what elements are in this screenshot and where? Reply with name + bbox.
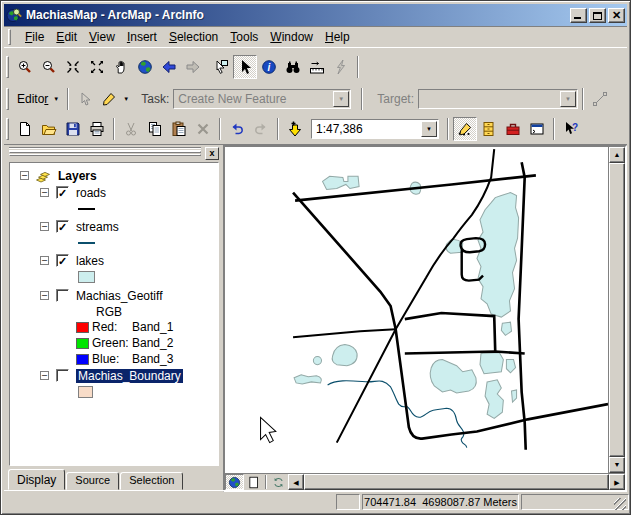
lakes-fill-symbol[interactable] (78, 271, 95, 283)
collapse-icon[interactable]: – (40, 371, 49, 380)
red-band-swatch[interactable] (76, 322, 89, 333)
collapse-icon[interactable]: – (20, 171, 29, 180)
redo-button[interactable] (249, 117, 273, 141)
whats-this-help-button[interactable]: ? (559, 117, 583, 141)
menu-view[interactable]: View (83, 28, 121, 46)
fixed-zoom-out-button[interactable] (85, 55, 109, 79)
sketch-tool-button[interactable] (97, 87, 121, 111)
full-extent-button[interactable] (133, 55, 157, 79)
streams-visibility-checkbox[interactable]: ✓ (56, 220, 69, 233)
zoom-out-button[interactable] (37, 55, 61, 79)
menu-edit[interactable]: Edit (50, 28, 83, 46)
select-features-button[interactable] (209, 55, 233, 79)
menubar-grip[interactable] (8, 29, 11, 45)
select-elements-button[interactable] (233, 55, 257, 79)
print-button[interactable] (85, 117, 109, 141)
target-combobox[interactable]: ▼ (418, 89, 578, 109)
scroll-left-button[interactable]: ◀ (288, 474, 304, 490)
resize-grip[interactable] (614, 498, 626, 510)
roads-visibility-checkbox[interactable]: ✓ (56, 186, 69, 199)
scale-dropdown-button[interactable]: ▼ (421, 121, 437, 137)
hyperlink-button[interactable] (329, 55, 353, 79)
vertical-scrollbar[interactable]: ▲ ▼ (608, 147, 625, 473)
refresh-view-button[interactable] (269, 474, 288, 490)
task-dropdown-button[interactable]: ▼ (333, 91, 349, 107)
editor-toolbar-toggle-button[interactable] (453, 117, 477, 141)
tools-toolbar-grip[interactable] (6, 56, 9, 78)
menu-selection[interactable]: Selection (163, 28, 224, 46)
sketch-tool-dropdown[interactable]: ▼ (123, 96, 129, 102)
boundary-fill-symbol[interactable] (78, 386, 93, 398)
undo-button[interactable] (225, 117, 249, 141)
tree-item-machias-boundary[interactable]: – Machias_Boundary (10, 367, 218, 384)
scale-combobox[interactable]: 1:47,386 ▼ (311, 119, 439, 139)
collapse-icon[interactable]: – (40, 222, 49, 231)
pan-button[interactable] (109, 55, 133, 79)
measure-button[interactable] (305, 55, 329, 79)
arctoolbox-button[interactable] (501, 117, 525, 141)
layout-view-button[interactable] (244, 474, 263, 490)
blue-band-swatch[interactable] (76, 354, 89, 365)
tab-source[interactable]: Source (66, 472, 119, 490)
roads-line-symbol[interactable] (78, 208, 95, 210)
command-line-button[interactable] (525, 117, 549, 141)
streams-line-symbol[interactable] (78, 242, 95, 244)
edit-tool-button[interactable] (73, 87, 97, 111)
title-bar[interactable]: MachiasMap - ArcMap - ArcInfo ✕ (4, 4, 627, 26)
copy-button[interactable] (143, 117, 167, 141)
new-map-button[interactable] (13, 117, 37, 141)
paste-button[interactable] (167, 117, 191, 141)
toc-drag-grip[interactable] (9, 148, 201, 157)
menu-window[interactable]: Window (264, 28, 319, 46)
editor-toolbar-grip[interactable] (6, 88, 9, 110)
menu-tools[interactable]: Tools (224, 28, 264, 46)
target-dropdown-button[interactable]: ▼ (560, 91, 576, 107)
go-back-button[interactable] (157, 55, 181, 79)
boundary-visibility-checkbox[interactable] (56, 369, 69, 382)
tree-item-machias-geotiff[interactable]: – Machias_Geotiff (10, 287, 218, 304)
green-band-swatch[interactable] (76, 338, 89, 349)
zoom-in-button[interactable] (13, 55, 37, 79)
lakes-visibility-checkbox[interactable]: ✓ (56, 254, 69, 267)
horizontal-scroll-thumb[interactable] (304, 474, 609, 490)
arccatalog-button[interactable] (477, 117, 501, 141)
map-canvas[interactable] (225, 147, 608, 473)
toc-close-button[interactable]: x (205, 147, 219, 160)
tree-item-lakes[interactable]: – ✓ lakes (10, 252, 218, 269)
menu-help[interactable]: Help (319, 28, 356, 46)
find-button[interactable] (281, 55, 305, 79)
geotiff-visibility-checkbox[interactable] (56, 289, 69, 302)
add-data-button[interactable] (283, 117, 307, 141)
tree-item-roads[interactable]: – ✓ roads (10, 184, 218, 201)
editor-menu-button[interactable]: Editor ▼ (13, 90, 63, 108)
fixed-zoom-in-button[interactable] (61, 55, 85, 79)
collapse-icon[interactable]: – (40, 256, 49, 265)
tab-display[interactable]: Display (8, 469, 65, 490)
data-view-button[interactable] (225, 474, 244, 490)
scroll-down-button[interactable]: ▼ (609, 457, 625, 473)
close-button[interactable]: ✕ (608, 8, 625, 23)
delete-button[interactable] (191, 117, 215, 141)
tree-item-layers-root[interactable]: – Layers (10, 167, 218, 184)
vertical-scroll-thumb[interactable] (609, 163, 625, 457)
scroll-right-button[interactable]: ▶ (609, 474, 625, 490)
tab-selection[interactable]: Selection (120, 472, 183, 490)
open-button[interactable] (37, 117, 61, 141)
go-forward-button[interactable] (181, 55, 205, 79)
band-label: Green: (92, 336, 132, 350)
save-button[interactable] (61, 117, 85, 141)
menu-insert[interactable]: Insert (121, 28, 163, 46)
minimize-button[interactable] (570, 8, 587, 23)
band-value: Band_3 (132, 352, 173, 366)
sketch-properties-button[interactable] (588, 87, 612, 111)
maximize-button[interactable] (589, 8, 606, 23)
tree-item-streams[interactable]: – ✓ streams (10, 218, 218, 235)
collapse-icon[interactable]: – (40, 188, 49, 197)
scroll-up-button[interactable]: ▲ (609, 147, 625, 163)
identify-button[interactable]: i (257, 55, 281, 79)
task-combobox[interactable]: Create New Feature ▼ (173, 89, 351, 109)
cut-button[interactable] (119, 117, 143, 141)
standard-toolbar-grip[interactable] (6, 118, 9, 140)
collapse-icon[interactable]: – (40, 291, 49, 300)
menu-file[interactable]: File (19, 28, 50, 46)
